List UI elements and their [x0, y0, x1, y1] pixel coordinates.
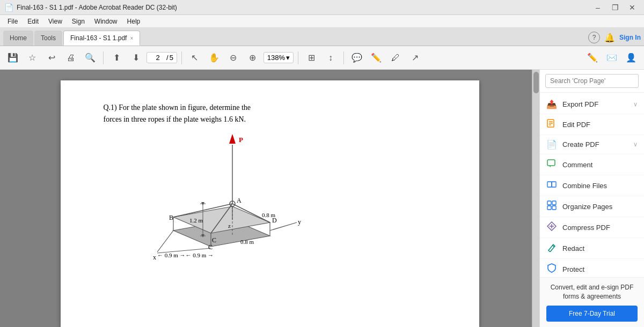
toolbar-bookmark-button[interactable]: ☆ [24, 49, 41, 66]
minimize-button[interactable]: – [590, 2, 605, 13]
tool-create-pdf[interactable]: 📄 Create PDF ∨ [540, 135, 644, 154]
maximize-button[interactable]: ❐ [608, 2, 623, 13]
tab-tools[interactable]: Tools [34, 31, 62, 46]
tab-home[interactable]: Home [3, 31, 33, 46]
toolbar-rotate-button[interactable]: ↕ [322, 49, 339, 66]
menu-edit[interactable]: Edit [23, 17, 43, 26]
tool-comment[interactable]: Comment [540, 154, 644, 175]
scroll-thumb[interactable] [533, 72, 539, 93]
toolbar-search-button[interactable]: 🔍 [82, 49, 99, 66]
protect-label: Protect [562, 265, 638, 273]
svg-marker-10 [229, 134, 236, 144]
organize-pages-label: Organize Pages [562, 203, 638, 211]
tab-pdf[interactable]: Final-163 - S1 1.pdf × [63, 31, 140, 46]
svg-text:0.8 m: 0.8 m [240, 239, 254, 245]
tool-export-pdf[interactable]: 📤 Export PDF ∨ [540, 95, 644, 114]
toolbar: 💾 ☆ ↩ 🖨 🔍 ⬆ ⬇ / 5 ↖ ✋ ⊖ ⊕ 138% ▾ ⊞ ↕ 💬 ✏… [0, 46, 644, 70]
compress-pdf-icon [546, 221, 557, 233]
combine-files-icon [546, 180, 557, 191]
svg-rect-39 [552, 182, 556, 187]
tool-combine-files[interactable]: Combine Files [540, 175, 644, 196]
svg-text:A: A [237, 197, 241, 204]
free-trial-button[interactable]: Free 7-Day Trial [546, 306, 638, 322]
create-pdf-icon: 📄 [546, 139, 557, 150]
svg-text:z: z [228, 222, 231, 229]
create-pdf-arrow: ∨ [633, 141, 638, 148]
engineering-diagram: A P B C D [104, 113, 308, 284]
title-bar: 📄 Final-163 - S1 1.pdf - Adobe Acrobat R… [0, 0, 644, 15]
tool-organize-pages[interactable]: Organize Pages [540, 196, 644, 217]
question-line1: Q.1) For the plate shown in figure, dete… [104, 103, 251, 112]
crop-page-search[interactable] [545, 74, 639, 88]
tab-bar: Home Tools Final-163 - S1 1.pdf × ? 🔔 Si… [0, 28, 644, 46]
notification-bell-icon[interactable]: 🔔 [604, 33, 615, 43]
toolbar-highlight-button[interactable]: 🖊 [387, 49, 404, 66]
toolbar-right-actions: ✏️ ✉️ 👤 [584, 49, 640, 66]
svg-rect-43 [547, 206, 551, 210]
protect-icon [546, 263, 557, 275]
toolbar-zoom-in-button[interactable]: ⊕ [244, 49, 261, 66]
svg-text:0.8 m: 0.8 m [262, 212, 276, 218]
svg-rect-42 [552, 201, 556, 205]
svg-text:C: C [212, 236, 216, 244]
sign-in-button[interactable]: Sign In [619, 34, 641, 41]
svg-text:B: B [169, 214, 173, 221]
menu-file[interactable]: File [3, 17, 22, 26]
toolbar-action1-button[interactable]: ✏️ [584, 49, 601, 66]
toolbar-save-button[interactable]: 💾 [4, 49, 21, 66]
tab-pdf-label: Final-163 - S1 1.pdf [70, 34, 127, 42]
page-number-input[interactable] [150, 54, 165, 62]
zoom-arrow-icon: ▾ [286, 54, 290, 62]
toolbar-undo-button[interactable]: ↩ [43, 49, 60, 66]
tab-home-label: Home [10, 34, 27, 42]
tool-edit-pdf[interactable]: Edit PDF [540, 114, 644, 135]
svg-marker-37 [549, 166, 551, 167]
tools-list: 📤 Export PDF ∨ Edit PDF 📄 Create PDF ∨ [540, 93, 644, 277]
toolbar-zoom-out-button[interactable]: ⊖ [225, 49, 242, 66]
svg-rect-44 [552, 206, 556, 210]
right-panel: 📤 Export PDF ∨ Edit PDF 📄 Create PDF ∨ [539, 70, 644, 327]
toolbar-marquee-button[interactable]: ⊞ [303, 49, 320, 66]
svg-text:1.2 m: 1.2 m [189, 217, 203, 224]
toolbar-nav-up-button[interactable]: ⬆ [108, 49, 125, 66]
organize-pages-icon [546, 200, 557, 212]
tab-bar-right: ? 🔔 Sign In [588, 32, 641, 46]
toolbar-comment-button[interactable]: 💬 [348, 49, 365, 66]
zoom-dropdown[interactable]: 138% ▾ [264, 52, 294, 63]
tool-redact[interactable]: Redact [540, 238, 644, 259]
page-total: 5 [170, 54, 173, 62]
menu-bar: File Edit View Sign Window Help [0, 15, 644, 28]
toolbar-draw-button[interactable]: ✏️ [368, 49, 385, 66]
edit-pdf-label: Edit PDF [562, 121, 638, 129]
main-area: ▶ Q.1) For the plate shown in figure, de… [0, 70, 644, 327]
toolbar-print-button[interactable]: 🖨 [62, 49, 79, 66]
toolbar-action2-button[interactable]: ✉️ [603, 49, 620, 66]
comment-icon [546, 159, 557, 170]
tab-close-icon[interactable]: × [130, 35, 133, 41]
toolbar-share-button[interactable]: ↗ [406, 49, 423, 66]
pdf-viewer: Q.1) For the plate shown in figure, dete… [0, 70, 539, 327]
zoom-value: 138% [267, 54, 285, 62]
help-button[interactable]: ? [588, 32, 600, 43]
window-title: Final-163 - S1 1.pdf - Adobe Acrobat Rea… [17, 4, 590, 11]
tool-protect[interactable]: Protect [540, 259, 644, 277]
svg-line-27 [157, 231, 173, 252]
menu-help[interactable]: Help [123, 17, 145, 26]
tool-compress-pdf[interactable]: Compress PDF [540, 217, 644, 238]
export-pdf-arrow: ∨ [633, 101, 638, 108]
edit-pdf-icon [546, 118, 557, 130]
vertical-scrollbar[interactable] [532, 70, 539, 327]
comment-label: Comment [562, 161, 638, 169]
toolbar-hand-button[interactable]: ✋ [206, 49, 223, 66]
page-nav-group: / 5 [147, 52, 177, 63]
menu-window[interactable]: Window [90, 17, 122, 26]
page-sep: / [166, 54, 169, 62]
menu-sign[interactable]: Sign [68, 17, 89, 26]
toolbar-cursor-button[interactable]: ↖ [186, 49, 203, 66]
toolbar-nav-down-button[interactable]: ⬇ [127, 49, 144, 66]
svg-rect-36 [547, 160, 555, 166]
close-button[interactable]: ✕ [625, 2, 640, 13]
menu-view[interactable]: View [44, 17, 67, 26]
toolbar-action3-button[interactable]: 👤 [623, 49, 640, 66]
tab-tools-label: Tools [41, 34, 56, 42]
